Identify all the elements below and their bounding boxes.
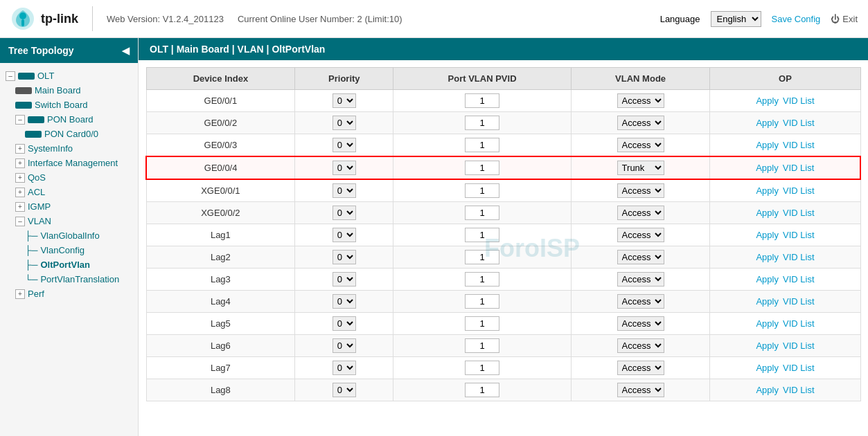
apply-button[interactable]: Apply <box>756 296 779 307</box>
vlan-mode-select[interactable]: AccessTrunkHybrid <box>617 250 664 264</box>
vlan-config-separator: ├─ <box>25 245 37 255</box>
vlan-mode-select[interactable]: AccessTrunkHybrid <box>617 338 664 353</box>
vlan-mode-select[interactable]: AccessTrunkHybrid <box>617 383 664 397</box>
apply-button[interactable]: Apply <box>756 96 779 106</box>
vlan-mode-select[interactable]: AccessTrunkHybrid <box>617 272 664 287</box>
apply-button[interactable]: Apply <box>756 230 779 240</box>
apply-button[interactable]: Apply <box>756 118 779 128</box>
priority-select[interactable]: 01234567 <box>333 361 356 375</box>
vid-list-button[interactable]: VID List <box>783 140 815 150</box>
vid-list-button[interactable]: VID List <box>783 230 815 240</box>
apply-button[interactable]: Apply <box>756 252 779 262</box>
cell-vlan-mode: AccessTrunkHybrid <box>571 90 710 112</box>
priority-select[interactable]: 01234567 <box>333 338 356 353</box>
priority-select[interactable]: 01234567 <box>333 116 356 130</box>
sidebar-item-pon-board[interactable]: – PON Board <box>0 112 138 127</box>
vlan-mode-select[interactable]: AccessTrunkHybrid <box>617 116 664 130</box>
pvid-input[interactable] <box>465 183 499 198</box>
apply-button[interactable]: Apply <box>756 363 779 373</box>
vid-list-button[interactable]: VID List <box>783 252 815 262</box>
pvid-input[interactable] <box>465 138 499 152</box>
sidebar-item-port-vlan-trans[interactable]: └─ PortVlanTranslation <box>0 272 138 287</box>
sidebar-item-perf[interactable]: + Perf <box>0 287 138 301</box>
vid-list-button[interactable]: VID List <box>783 163 815 173</box>
priority-select[interactable]: 01234567 <box>333 383 356 397</box>
sidebar-item-interface-mgmt[interactable]: + Interface Management <box>0 156 138 170</box>
sidebar-item-pon-card[interactable]: PON Card0/0 <box>0 127 138 141</box>
sidebar-toggle-button[interactable]: ◀ <box>122 45 130 56</box>
vlan-mode-select[interactable]: AccessTrunkHybrid <box>617 138 664 152</box>
vid-list-button[interactable]: VID List <box>783 274 815 284</box>
priority-select[interactable]: 01234567 <box>333 138 356 152</box>
sidebar-item-switch-board[interactable]: Switch Board <box>0 98 138 112</box>
sidebar-item-igmp[interactable]: + IGMP <box>0 199 138 214</box>
vlan-mode-select[interactable]: AccessTrunkHybrid <box>617 183 664 198</box>
vid-list-button[interactable]: VID List <box>783 118 815 128</box>
pvid-input[interactable] <box>465 294 499 309</box>
sidebar-item-qos[interactable]: + QoS <box>0 170 138 185</box>
priority-select[interactable]: 01234567 <box>333 316 356 331</box>
vid-list-button[interactable]: VID List <box>783 208 815 218</box>
igmp-label: IGMP <box>28 201 51 212</box>
priority-select[interactable]: 01234567 <box>333 294 356 309</box>
priority-select[interactable]: 01234567 <box>333 250 356 264</box>
pvid-input[interactable] <box>465 161 499 175</box>
vid-list-button[interactable]: VID List <box>783 318 815 329</box>
pvid-input[interactable] <box>465 338 499 353</box>
pvid-input[interactable] <box>465 316 499 331</box>
priority-select[interactable]: 01234567 <box>333 228 356 242</box>
priority-select[interactable]: 01234567 <box>333 206 356 220</box>
priority-select[interactable]: 01234567 <box>333 272 356 287</box>
vid-list-button[interactable]: VID List <box>783 363 815 373</box>
cell-device-index: XGE0/0/1 <box>146 179 295 202</box>
pvid-input[interactable] <box>465 228 499 242</box>
exit-button[interactable]: ⏻ Exit <box>831 14 858 24</box>
pvid-input[interactable] <box>465 383 499 397</box>
apply-button[interactable]: Apply <box>756 274 779 284</box>
pvid-input[interactable] <box>465 93 499 108</box>
sidebar-item-acl[interactable]: + ACL <box>0 185 138 199</box>
sidebar-title: Tree Topology <box>8 45 74 56</box>
pvid-input[interactable] <box>465 250 499 264</box>
sidebar-item-systeminfo[interactable]: + SystemInfo <box>0 141 138 156</box>
cell-vlan-mode: AccessTrunkHybrid <box>571 269 710 291</box>
pvid-input[interactable] <box>465 206 499 220</box>
apply-button[interactable]: Apply <box>756 163 779 173</box>
pvid-input[interactable] <box>465 116 499 130</box>
vid-list-button[interactable]: VID List <box>783 296 815 307</box>
cell-vlan-mode: AccessTrunkHybrid <box>571 379 710 401</box>
vlan-mode-select[interactable]: AccessTrunkHybrid <box>617 361 664 375</box>
vlan-mode-select[interactable]: AccessTrunkHybrid <box>617 93 664 108</box>
sidebar-item-main-board[interactable]: Main Board <box>0 83 138 98</box>
save-config-button[interactable]: Save Config <box>772 14 821 24</box>
priority-select[interactable]: 01234567 <box>333 183 356 198</box>
priority-select[interactable]: 01234567 <box>333 161 356 175</box>
apply-button[interactable]: Apply <box>756 318 779 329</box>
sidebar-item-olt[interactable]: – OLT <box>0 69 138 83</box>
vlan-mode-select[interactable]: AccessTrunkHybrid <box>617 294 664 309</box>
vid-list-button[interactable]: VID List <box>783 96 815 106</box>
table-row: Lag101234567AccessTrunkHybridApplyVID Li… <box>146 224 860 246</box>
apply-button[interactable]: Apply <box>756 185 779 196</box>
pvid-input[interactable] <box>465 272 499 287</box>
language-select[interactable]: English <box>711 11 761 27</box>
pon-card-icon <box>25 131 42 138</box>
sidebar-item-vlan-config[interactable]: ├─ VlanConfig <box>0 243 138 257</box>
vlan-mode-select[interactable]: AccessTrunkHybrid <box>617 161 664 175</box>
apply-button[interactable]: Apply <box>756 385 779 395</box>
priority-select[interactable]: 01234567 <box>333 93 356 108</box>
vlan-mode-select[interactable]: AccessTrunkHybrid <box>617 316 664 331</box>
systeminfo-label: SystemInfo <box>28 143 73 154</box>
apply-button[interactable]: Apply <box>756 208 779 218</box>
vid-list-button[interactable]: VID List <box>783 185 815 196</box>
sidebar-item-vlan-global[interactable]: ├─ VlanGlobalInfo <box>0 228 138 243</box>
vlan-mode-select[interactable]: AccessTrunkHybrid <box>617 206 664 220</box>
pvid-input[interactable] <box>465 361 499 375</box>
apply-button[interactable]: Apply <box>756 140 779 150</box>
sidebar-item-vlan[interactable]: – VLAN <box>0 214 138 228</box>
sidebar-item-olt-port-vlan[interactable]: ├─ OltPortVlan <box>0 257 138 272</box>
apply-button[interactable]: Apply <box>756 340 779 351</box>
vlan-mode-select[interactable]: AccessTrunkHybrid <box>617 228 664 242</box>
vid-list-button[interactable]: VID List <box>783 340 815 351</box>
vid-list-button[interactable]: VID List <box>783 385 815 395</box>
